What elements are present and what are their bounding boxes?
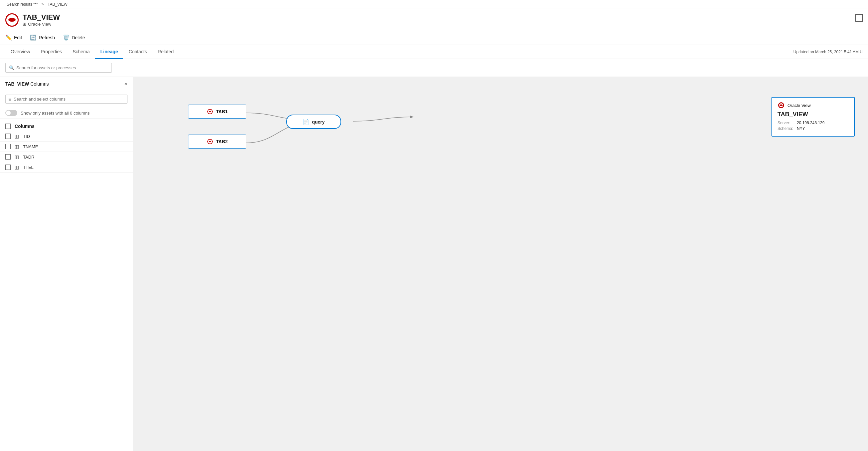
- asset-title: TAB_VIEW: [23, 13, 60, 22]
- tab-contacts[interactable]: Contacts: [123, 45, 152, 59]
- detail-schema-val: NYY: [797, 126, 805, 131]
- detail-schema-key: Schema:: [777, 126, 794, 131]
- tab-related[interactable]: Related: [152, 45, 179, 59]
- detail-server-key: Server:: [777, 120, 794, 125]
- tab2-oracle-icon: [207, 138, 213, 145]
- tab2-label: TAB2: [216, 139, 228, 144]
- updated-timestamp: Updated on March 25, 2021 5:41 AM U: [794, 50, 863, 54]
- query-icon: 📄: [303, 119, 309, 125]
- toolbar: ✏️ Edit 🔄 Refresh 🗑️ Delete: [0, 30, 868, 45]
- lineage-canvas[interactable]: TAB1 TAB2 📄 query Orac: [133, 77, 868, 451]
- refresh-icon: 🔄: [30, 34, 37, 40]
- search-icon: 🔍: [9, 65, 14, 70]
- search-bar-container: 🔍: [0, 59, 868, 77]
- column-icon: ▥: [14, 154, 19, 160]
- collapse-button[interactable]: «: [124, 81, 127, 87]
- tab2-oracle-ring: [207, 139, 213, 144]
- detail-oracle-ring: [778, 102, 784, 108]
- breadcrumb-current: TAB_VIEW: [48, 2, 68, 7]
- tab1-label: TAB1: [216, 109, 228, 114]
- column-icon: ▥: [14, 144, 19, 149]
- column-list: Columns ▥ TID ▥ TNAME ▥ TADR ▥: [0, 119, 133, 175]
- asset-subtitle: ⊞ Oracle View: [23, 22, 60, 27]
- breadcrumb: Search results "*" > TAB_VIEW: [0, 0, 868, 9]
- tab-schema[interactable]: Schema: [67, 45, 95, 59]
- filter-input-wrapper[interactable]: ⊟: [5, 94, 127, 104]
- panel-title: TAB_VIEW Columns: [5, 81, 49, 87]
- query-label: query: [312, 119, 324, 124]
- column-name-tid: TID: [23, 134, 30, 139]
- view-icon: ⊞: [23, 22, 26, 27]
- maximize-button[interactable]: [855, 14, 863, 22]
- tab1-oracle-fill: [209, 111, 211, 112]
- ttel-checkbox[interactable]: [5, 165, 11, 170]
- breadcrumb-separator: >: [41, 2, 44, 7]
- oracle-logo-inner: [8, 18, 16, 22]
- tadr-checkbox[interactable]: [5, 154, 11, 160]
- detail-name: TAB_VIEW: [777, 111, 849, 118]
- list-item: ▥ TADR: [0, 152, 133, 162]
- left-panel: TAB_VIEW Columns « ⊟ Show only assets wi…: [0, 77, 133, 451]
- column-filter: ⊟: [0, 91, 133, 107]
- query-node[interactable]: 📄 query: [286, 115, 341, 129]
- toggle-label: Show only assets with all 0 columns: [21, 111, 90, 116]
- tabs-bar: Overview Properties Schema Lineage Conta…: [0, 45, 868, 59]
- column-icon: ▥: [14, 134, 19, 139]
- toggle-row: Show only assets with all 0 columns: [0, 107, 133, 119]
- detail-oracle-fill: [780, 105, 783, 106]
- column-search-input[interactable]: [13, 96, 124, 102]
- detail-server-val: 20.198.248.129: [797, 120, 825, 125]
- tab1-oracle-icon: [207, 108, 213, 115]
- delete-button[interactable]: 🗑️ Delete: [63, 33, 85, 42]
- list-item: ▥ TTEL: [0, 162, 133, 172]
- column-icon: ▥: [14, 165, 19, 170]
- detail-type: Oracle View: [787, 103, 811, 108]
- breadcrumb-search-link[interactable]: Search results "*": [7, 2, 38, 7]
- tab2-oracle-fill: [209, 141, 211, 142]
- search-bar[interactable]: 🔍: [5, 63, 112, 73]
- column-name-ttel: TTEL: [23, 165, 34, 170]
- tabview-detail-card[interactable]: Oracle View TAB_VIEW Server: 20.198.248.…: [772, 97, 855, 137]
- panel-header: TAB_VIEW Columns «: [0, 77, 133, 91]
- tab-overview[interactable]: Overview: [5, 45, 35, 59]
- delete-icon: 🗑️: [63, 34, 69, 40]
- list-item: ▥ TID: [0, 131, 133, 142]
- columns-toggle[interactable]: [5, 110, 17, 116]
- tab2-node[interactable]: TAB2: [188, 135, 246, 148]
- tab-properties[interactable]: Properties: [35, 45, 67, 59]
- edit-button[interactable]: ✏️ Edit: [5, 33, 22, 42]
- detail-card-header: Oracle View: [777, 102, 849, 109]
- toggle-knob: [6, 111, 11, 115]
- column-name-tadr: TADR: [23, 154, 34, 160]
- tab-lineage[interactable]: Lineage: [95, 45, 123, 59]
- oracle-logo: [5, 13, 19, 27]
- tname-checkbox[interactable]: [5, 144, 11, 149]
- search-input[interactable]: [16, 65, 108, 70]
- edit-icon: ✏️: [5, 34, 12, 40]
- refresh-button[interactable]: 🔄 Refresh: [30, 33, 55, 42]
- asset-title-group: TAB_VIEW ⊞ Oracle View: [23, 13, 60, 27]
- filter-icon: ⊟: [8, 97, 12, 102]
- detail-server-row: Server: 20.198.248.129: [777, 120, 849, 125]
- tid-checkbox[interactable]: [5, 134, 11, 139]
- select-all-checkbox[interactable]: [5, 123, 11, 129]
- asset-header: TAB_VIEW ⊞ Oracle View: [0, 9, 868, 30]
- tab1-oracle-ring: [207, 109, 213, 114]
- column-list-header: Columns: [0, 121, 133, 131]
- tab1-node[interactable]: TAB1: [188, 105, 246, 119]
- columns-header-label: Columns: [14, 123, 35, 129]
- detail-oracle-icon: [777, 102, 785, 109]
- list-item: ▥ TNAME: [0, 142, 133, 152]
- lineage-svg: [133, 77, 868, 451]
- main-layout: TAB_VIEW Columns « ⊟ Show only assets wi…: [0, 77, 868, 451]
- detail-schema-row: Schema: NYY: [777, 126, 849, 131]
- column-name-tname: TNAME: [23, 144, 38, 149]
